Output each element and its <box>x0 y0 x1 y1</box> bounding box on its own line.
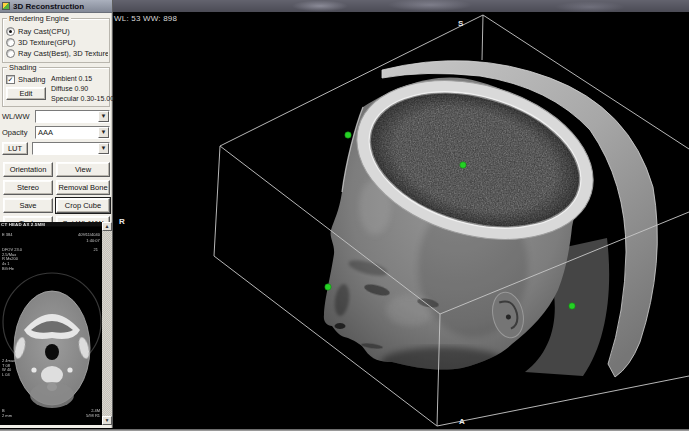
crop-handle[interactable] <box>460 162 466 168</box>
radio-button-icon[interactable] <box>6 27 15 36</box>
crop-cube-button[interactable]: Crop Cube <box>56 198 110 213</box>
controls-pane: Rendering Engine Ray Cast(CPU) 3D Textur… <box>0 13 112 232</box>
save-button[interactable]: Save <box>3 198 53 213</box>
overlay-header-row: E 384409/11/4040 <box>2 232 100 237</box>
ambient-value: Ambient 0.15 <box>51 74 114 84</box>
overlay-bottom-left: B 2 mm <box>2 408 12 418</box>
chevron-down-icon[interactable]: ▼ <box>98 111 109 122</box>
posterior-soft-tissue <box>30 382 74 408</box>
application-window: S A R WL: 53 WW: 898 3D Reconstruction R… <box>0 0 689 431</box>
shading-group-label: Shading <box>7 64 39 71</box>
orientation-marker-anterior: A <box>459 417 465 426</box>
thumbnail-titlebar: CT HEAD AX 2.5MM <box>0 222 103 226</box>
scroll-up-arrow[interactable]: ▲ <box>102 222 112 231</box>
overlay-technique-block: 2 4max T 08 W 40 L 04 <box>2 358 15 377</box>
orientation-button[interactable]: Orientation <box>3 162 53 177</box>
vertebra <box>41 366 63 384</box>
mastoid-left <box>31 367 36 372</box>
overlay-time: 1:40:07 <box>87 238 100 243</box>
opacity-value: AAA <box>36 128 98 137</box>
view-button[interactable]: View <box>56 162 110 177</box>
radio-button-icon[interactable] <box>6 49 15 58</box>
window-level-readout: WL: 53 WW: 898 <box>114 14 177 23</box>
edit-shading-button[interactable]: Edit <box>6 87 46 100</box>
opacity-label: Opacity <box>2 128 35 137</box>
shading-checkbox-row[interactable]: ✓ Shading <box>6 75 48 84</box>
mastoid-right <box>67 367 72 372</box>
diffuse-value: Diffuse 0.90 <box>51 84 114 94</box>
tool-window-titlebar[interactable]: 3D Reconstruction <box>0 0 112 13</box>
scrollbar-track[interactable] <box>102 231 112 416</box>
overlay-bottom-right: 2.4M 5/98 R1 <box>86 408 100 418</box>
shading-checkbox-label: Shading <box>18 75 46 84</box>
airway <box>45 344 59 360</box>
crop-handle[interactable] <box>569 303 575 309</box>
thumbnail-scrollbar[interactable]: ▲ ▼ <box>102 222 112 425</box>
opacity-combobox[interactable]: AAA ▼ <box>35 126 110 139</box>
rendering-engine-group: Rendering Engine Ray Cast(CPU) 3D Textur… <box>2 18 110 63</box>
radio-label: 3D Texture(GPU) <box>18 38 75 47</box>
orientation-marker-right: R <box>119 217 125 226</box>
tool-window-title: 3D Reconstruction <box>13 2 84 11</box>
lut-combobox[interactable]: ▼ <box>32 142 110 155</box>
specular-value: Specular 0.30-15.00 <box>51 94 114 104</box>
chevron-down-icon[interactable]: ▼ <box>98 127 109 138</box>
overlay-slice-number: 21 <box>94 247 98 252</box>
app-icon <box>2 2 10 10</box>
slice-thumbnail-window: CT HEAD AX 2.5MM <box>0 222 112 425</box>
shading-checkbox[interactable]: ✓ <box>6 75 15 84</box>
radio-label: Ray Cast(CPU) <box>18 27 70 36</box>
shading-parameters: Ambient 0.15 Diffuse 0.90 Specular 0.30-… <box>51 74 114 104</box>
crop-handle[interactable] <box>345 132 351 138</box>
removal-bone-button[interactable]: Removal Bone <box>56 180 110 195</box>
lut-button[interactable]: LUT <box>2 142 28 155</box>
wlww-label: WL/WW <box>2 112 35 121</box>
radio-label: Ray Cast(Best), 3D Texture (prev <box>18 49 108 58</box>
axial-slice-view[interactable]: E 384409/11/4040 1:40:07 DFOV 23.0 2.5/M… <box>0 230 102 425</box>
crop-handle[interactable] <box>325 284 331 290</box>
radio-3d-texture-gpu[interactable]: 3D Texture(GPU) <box>6 38 108 47</box>
radio-ray-cast-best[interactable]: Ray Cast(Best), 3D Texture (prev <box>6 49 108 58</box>
chevron-down-icon[interactable]: ▼ <box>98 143 109 154</box>
volume-render-scene[interactable]: S A R <box>113 12 689 429</box>
wlww-combobox[interactable]: ▼ <box>35 110 110 123</box>
reconstruction-tool-window: 3D Reconstruction Rendering Engine Ray C… <box>0 0 113 428</box>
overlay-info-block: DFOV 23.0 2.5/Max R Ms200 4s 1 BG:He <box>2 247 22 271</box>
orientation-marker-superior: S <box>458 19 464 28</box>
stereo-button[interactable]: Stereo <box>3 180 53 195</box>
shading-group: Shading ✓ Shading Edit Ambient 0.15 Diff… <box>2 67 110 107</box>
rendering-engine-label: Rendering Engine <box>7 15 71 22</box>
scroll-down-arrow[interactable]: ▼ <box>102 416 112 425</box>
radio-button-icon[interactable] <box>6 38 15 47</box>
render-viewport[interactable]: S A R WL: 53 WW: 898 <box>113 12 689 429</box>
radio-ray-cast-cpu[interactable]: Ray Cast(CPU) <box>6 27 108 36</box>
